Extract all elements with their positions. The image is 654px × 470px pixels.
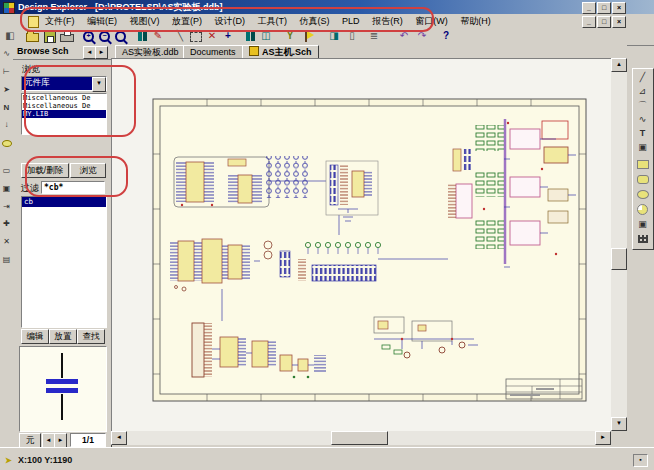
rectangle-tool-icon[interactable] [634, 157, 651, 170]
hierarchy-icon [246, 32, 250, 41]
array-paste-tool-icon[interactable] [634, 232, 651, 245]
pie-icon [637, 204, 648, 215]
component-preview [19, 346, 107, 432]
round-rectangle-tool-icon[interactable] [634, 172, 651, 185]
wire-tool-icon[interactable]: ∿ [0, 48, 13, 61]
scroll-up-button[interactable]: ▲ [611, 58, 627, 72]
scroll-down-button[interactable]: ▼ [611, 417, 627, 431]
sheet-entry-tool-icon[interactable]: ▣ [0, 183, 13, 196]
selection-rect-icon [190, 32, 202, 42]
zoom-out-icon: − [99, 31, 110, 42]
vertical-scroll-thumb[interactable] [611, 248, 627, 270]
document-tab-bar: AS实验板.ddb Documents AS主机.Sch [111, 45, 627, 59]
array-icon [638, 235, 648, 243]
part-page-indicator: 1/1 [70, 433, 106, 447]
text-frame-tool-icon[interactable]: ▣ [634, 141, 651, 154]
status-corner-button[interactable]: ▪ [633, 454, 648, 467]
schematic-sheet[interactable] [112, 59, 612, 432]
round-rectangle-icon [637, 175, 649, 184]
part-mode-button[interactable]: 元 [19, 433, 41, 448]
junction-tool-icon[interactable]: ✚ [0, 218, 13, 231]
browse-sch-tab[interactable]: Browse Sch [17, 46, 69, 56]
find-component-button[interactable]: 查找 [77, 329, 105, 344]
zoom-in-icon: + [83, 31, 94, 42]
scrollbar-corner [611, 431, 627, 445]
explorer-toggle-button[interactable]: ◧ [2, 29, 18, 43]
folder-icon [26, 33, 39, 42]
component-list-item-selected[interactable]: cb [22, 197, 106, 207]
capacitor-symbol [20, 347, 104, 427]
schematic-canvas[interactable] [111, 58, 612, 432]
pie-tool-icon[interactable] [634, 202, 651, 215]
polygon-tool-icon[interactable]: ⊿ [634, 85, 651, 98]
text-tool-icon[interactable]: T [634, 127, 651, 140]
panel-scroll-right-button[interactable]: ► [95, 46, 108, 59]
rectangle-icon [637, 160, 649, 169]
design-explorer-window: Design Explorer - [D:\PROTELSP\AS实验板.ddb… [0, 0, 654, 470]
edit-component-button[interactable]: 编辑 [21, 329, 49, 344]
minimize-button[interactable]: _ [582, 2, 596, 14]
annotation-oval-library-buttons [25, 156, 128, 197]
next-part-button[interactable]: ► [54, 433, 67, 448]
doc-close-button[interactable]: × [612, 16, 626, 28]
bezier-tool-icon[interactable]: ∿ [634, 113, 651, 126]
line-tool-icon[interactable]: ╱ [634, 71, 651, 84]
tab-design-database[interactable]: AS实验板.ddb [115, 45, 186, 58]
floppy-icon [44, 31, 56, 43]
cluster-key-matrix [264, 156, 308, 198]
power-port-tool-icon[interactable]: ↓ [0, 119, 13, 132]
browse-panel-header: Browse Sch ◄ ► [13, 45, 111, 60]
libraries-icon [138, 32, 142, 41]
doc-minimize-button[interactable]: _ [582, 16, 596, 28]
help-button[interactable]: ? [438, 29, 454, 43]
wiring-tools-toolbar: ∿ ⊢ ➤ N ↓ ▭ ▣ ⇥ ✚ ✕ ▤ [0, 45, 14, 447]
restore-button[interactable]: □ [597, 2, 611, 14]
scroll-right-button[interactable]: ► [595, 431, 611, 445]
scroll-left-button[interactable]: ◄ [111, 431, 127, 445]
cursor-position-icon: ➤ [5, 456, 12, 465]
sheet-symbol-tool-icon[interactable]: ▭ [0, 165, 13, 178]
ellipse-tool-icon[interactable] [634, 187, 651, 200]
annotation-oval-library-list [24, 65, 136, 137]
no-erc-tool-icon[interactable]: ✕ [0, 236, 13, 249]
document-window-controls: _ □ × [582, 16, 626, 28]
vertical-scrollbar[interactable]: ▲ ▼ [611, 58, 627, 431]
doc-restore-button[interactable]: □ [597, 16, 611, 28]
part-tool-icon[interactable] [0, 137, 13, 150]
ellipse-icon [637, 190, 649, 199]
arc-tool-icon[interactable]: ⌒ [634, 99, 651, 112]
component-listbox[interactable]: cb [21, 196, 107, 328]
cursor-coordinates: X:100 Y:1190 [18, 455, 72, 465]
net-label-tool-icon[interactable]: N [0, 102, 13, 115]
directives-tool-icon[interactable]: ▤ [0, 254, 13, 267]
port-tool-icon[interactable]: ⇥ [0, 201, 13, 214]
status-bar: ➤ X:100 Y:1190 ▪ [0, 447, 654, 470]
horizontal-scroll-thumb[interactable] [331, 431, 388, 445]
close-button[interactable]: × [612, 2, 626, 14]
tab-schematic-active[interactable]: AS主机.Sch [242, 45, 319, 59]
annotation-oval-menubar [20, 7, 434, 32]
drawing-tools-palette: ╱ ⊿ ⌒ ∿ T ▣ ▣ [632, 68, 654, 250]
printer-icon [60, 34, 74, 42]
zoom-area-icon [115, 31, 126, 42]
bus-entry-tool-icon[interactable]: ➤ [0, 84, 13, 97]
tab-documents[interactable]: Documents [183, 45, 243, 58]
bus-tool-icon[interactable]: ⊢ [0, 66, 13, 79]
part-icon [2, 140, 12, 147]
window-controls: _ □ × [582, 2, 626, 14]
horizontal-scrollbar[interactable]: ◄ ► [111, 431, 611, 445]
graphic-image-tool-icon[interactable]: ▣ [634, 218, 651, 231]
flag-icon [305, 31, 307, 42]
place-component-button[interactable]: 放置 [49, 329, 77, 344]
schematic-sheet-icon [249, 46, 259, 56]
menu-help[interactable]: 帮助(H) [455, 14, 496, 28]
app-icon [3, 2, 15, 14]
